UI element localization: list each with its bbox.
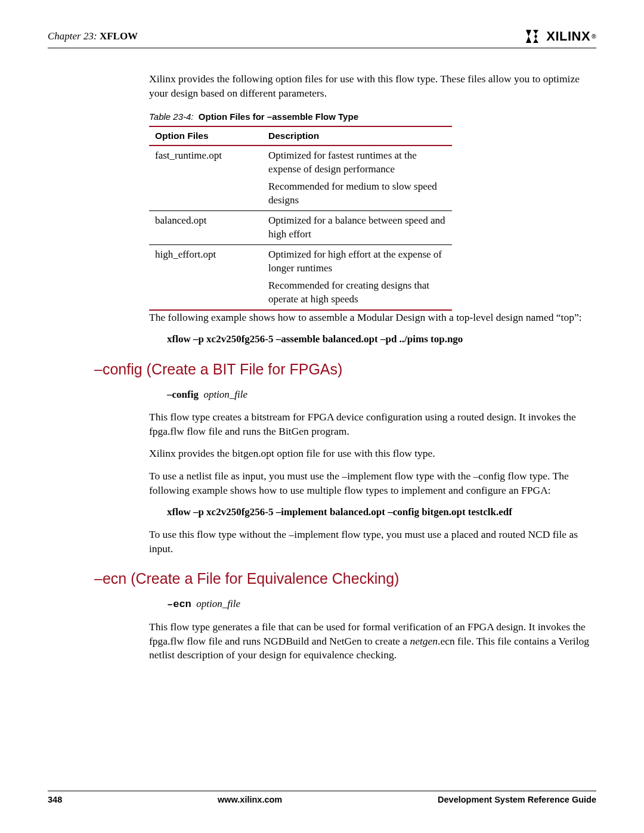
page: Chapter 23: XFLOW XILINX® Xilinx provide…: [0, 0, 644, 833]
syntax-keyword: –ecn: [167, 599, 191, 610]
cell-desc: Optimized for a balance between speed an…: [262, 211, 452, 245]
brand-logo: XILINX®: [526, 29, 596, 44]
table-row: fast_runtime.opt Optimized for fastest r…: [149, 145, 452, 210]
desc-line: Optimized for fastest runtimes at the ex…: [268, 149, 446, 176]
brand-text: XILINX: [546, 29, 590, 44]
chapter-title: XFLOW: [100, 30, 138, 42]
command-line-config: xflow –p xc2v250fg256-5 –implement balan…: [149, 506, 596, 519]
cell-desc: Optimized for fastest runtimes at the ex…: [262, 145, 452, 210]
desc-line: Recommended for medium to slow speed des…: [268, 180, 446, 208]
section-heading-ecn: –ecn (Create a File for Equivalence Chec…: [94, 569, 596, 589]
page-number: 348: [48, 795, 62, 804]
syntax-keyword: –config: [167, 389, 199, 400]
syntax-arg: option_file: [203, 389, 247, 400]
page-header: Chapter 23: XFLOW XILINX®: [48, 29, 596, 48]
reg-mark: ®: [592, 33, 596, 40]
ecn-p1-em: netgen: [410, 635, 438, 647]
page-footer: 348 www.xilinx.com Development System Re…: [48, 791, 596, 804]
col-description: Description: [262, 126, 452, 146]
syntax-config: –config option_file: [149, 388, 596, 402]
body-column: Xilinx provides the following option fil…: [149, 72, 596, 662]
table-header-row: Option Files Description: [149, 126, 452, 146]
cell-file: fast_runtime.opt: [149, 145, 262, 210]
chapter-prefix: Chapter 23:: [48, 30, 97, 42]
xilinx-icon: [526, 30, 543, 43]
syntax-ecn: –ecn option_file: [149, 597, 596, 612]
table-caption: Table 23-4: Option Files for –assemble F…: [149, 111, 596, 123]
desc-line: Optimized for high effort at the expense…: [268, 248, 446, 275]
table-row: high_effort.opt Optimized for high effor…: [149, 245, 452, 310]
col-option-files: Option Files: [149, 126, 262, 146]
config-p1: This flow type creates a bitstream for F…: [149, 410, 596, 438]
after-table-paragraph: The following example shows how to assem…: [149, 311, 596, 325]
option-files-table: Option Files Description fast_runtime.op…: [149, 126, 452, 311]
cell-file: high_effort.opt: [149, 245, 262, 310]
config-p3: To use a netlist file as input, you must…: [149, 469, 596, 497]
doc-title: Development System Reference Guide: [438, 795, 596, 804]
chapter-label: Chapter 23: XFLOW: [48, 30, 138, 42]
section-heading-config: –config (Create a BIT File for FPGAs): [94, 360, 596, 380]
footer-url: www.xilinx.com: [62, 795, 438, 804]
cell-desc: Optimized for high effort at the expense…: [262, 245, 452, 310]
intro-paragraph: Xilinx provides the following option fil…: [149, 72, 596, 100]
desc-line: Optimized for a balance between speed an…: [268, 214, 446, 241]
ecn-p1: This flow type generates a file that can…: [149, 620, 596, 662]
cell-file: balanced.opt: [149, 211, 262, 245]
desc-line: Recommended for creating designs that op…: [268, 279, 446, 306]
config-p2: Xilinx provides the bitgen.opt option fi…: [149, 447, 596, 461]
syntax-arg: option_file: [196, 598, 240, 609]
caption-prefix: Table 23-4:: [149, 112, 194, 122]
command-line-assemble: xflow –p xc2v250fg256-5 –assemble balanc…: [149, 333, 596, 346]
caption-title: Option Files for –assemble Flow Type: [199, 112, 358, 122]
config-p4: To use this flow type without the –imple…: [149, 528, 596, 556]
table-row: balanced.opt Optimized for a balance bet…: [149, 211, 452, 245]
